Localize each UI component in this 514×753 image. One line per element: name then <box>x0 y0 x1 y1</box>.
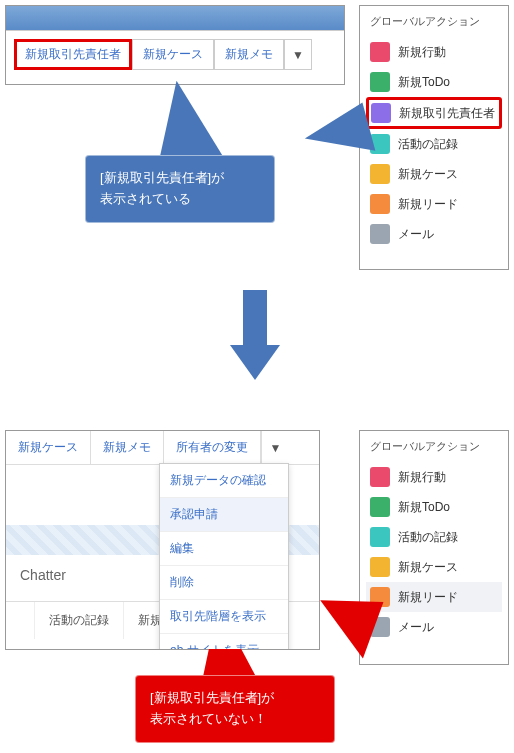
bottom-action-bar-screenshot: 新規ケース 新規メモ 所有者の変更 ▼ 新規データの確認承認申請編集削除取引先階… <box>5 430 320 650</box>
global-action-item[interactable]: 新規リード <box>366 189 502 219</box>
callout-line: [新規取引先責任者]が <box>150 688 320 709</box>
global-action-item[interactable]: メール <box>366 219 502 249</box>
global-action-item[interactable]: 新規行動 <box>366 462 502 492</box>
action-label: 活動の記録 <box>398 136 458 153</box>
global-action-item[interactable]: 新規ケース <box>366 552 502 582</box>
dropdown-item[interactable]: eb サイトを表示 <box>160 634 288 650</box>
action-label: 新規行動 <box>398 469 446 486</box>
arrow-down-icon <box>230 290 280 380</box>
tab-activity-log[interactable]: 活動の記録 <box>35 602 124 639</box>
global-action-item[interactable]: 新規ToDo <box>366 67 502 97</box>
global-action-item[interactable]: 新規ToDo <box>366 492 502 522</box>
action-icon <box>370 42 390 62</box>
action-icon <box>370 557 390 577</box>
new-contact-button[interactable]: 新規取引先責任者 <box>14 39 132 70</box>
action-icon <box>370 164 390 184</box>
dropdown-caret[interactable]: ▼ <box>284 39 312 70</box>
callout-displayed: [新規取引先責任者]が 表示されている <box>85 155 275 223</box>
change-owner-button[interactable]: 所有者の変更 <box>164 431 261 464</box>
new-case-button[interactable]: 新規ケース <box>6 431 91 464</box>
global-actions-panel-top: グローバルアクション 新規行動新規ToDo新規取引先責任者活動の記録新規ケース新… <box>359 5 509 270</box>
global-actions-title: グローバルアクション <box>366 439 502 454</box>
action-label: 新規ToDo <box>398 74 450 91</box>
action-icon <box>370 194 390 214</box>
dropdown-item[interactable]: 承認申請 <box>160 498 288 532</box>
global-action-item[interactable]: 新規取引先責任者 <box>366 97 502 129</box>
callout-line: 表示されていない！ <box>150 709 320 730</box>
tab-item[interactable] <box>6 602 35 639</box>
callout-tail <box>152 77 224 162</box>
action-label: 新規ケース <box>398 559 458 576</box>
action-label: メール <box>398 619 434 636</box>
new-memo-button[interactable]: 新規メモ <box>214 39 284 70</box>
dropdown-caret[interactable]: ▼ <box>261 431 289 464</box>
action-label: 新規リード <box>398 589 458 606</box>
action-label: 新規リード <box>398 196 458 213</box>
action-icon <box>370 72 390 92</box>
global-action-item[interactable]: 活動の記録 <box>366 522 502 552</box>
dropdown-item[interactable]: 新規データの確認 <box>160 464 288 498</box>
action-icon <box>371 103 391 123</box>
global-action-item[interactable]: 新規リード <box>366 582 502 612</box>
dropdown-item[interactable]: 取引先階層を表示 <box>160 600 288 634</box>
action-label: 新規行動 <box>398 44 446 61</box>
action-label: 活動の記録 <box>398 529 458 546</box>
action-label: 新規取引先責任者 <box>399 105 495 122</box>
action-label: 新規ケース <box>398 166 458 183</box>
global-action-item[interactable]: 活動の記録 <box>366 129 502 159</box>
callout-line: [新規取引先責任者]が <box>100 168 260 189</box>
action-bar: 新規取引先責任者 新規ケース 新規メモ ▼ <box>6 31 344 78</box>
dropdown-menu: 新規データの確認承認申請編集削除取引先階層を表示eb サイトを表示 <box>159 463 289 650</box>
global-action-item[interactable]: 新規ケース <box>366 159 502 189</box>
action-icon <box>370 467 390 487</box>
global-actions-title: グローバルアクション <box>366 14 502 29</box>
callout-line: 表示されている <box>100 189 260 210</box>
global-action-item[interactable]: 新規行動 <box>366 37 502 67</box>
action-bar-bottom: 新規ケース 新規メモ 所有者の変更 ▼ 新規データの確認承認申請編集削除取引先階… <box>6 431 319 465</box>
action-icon <box>370 497 390 517</box>
callout-not-displayed: [新規取引先責任者]が 表示されていない！ <box>135 675 335 743</box>
global-actions-panel-bottom: グローバルアクション 新規行動新規ToDo活動の記録新規ケース新規リードメール <box>359 430 509 665</box>
action-icon <box>370 527 390 547</box>
banner-strip <box>6 6 344 31</box>
action-icon <box>370 224 390 244</box>
dropdown-item[interactable]: 削除 <box>160 566 288 600</box>
action-label: 新規ToDo <box>398 499 450 516</box>
top-action-bar-screenshot: 新規取引先責任者 新規ケース 新規メモ ▼ <box>5 5 345 85</box>
new-memo-button[interactable]: 新規メモ <box>91 431 164 464</box>
global-action-item[interactable]: メール <box>366 612 502 642</box>
action-label: メール <box>398 226 434 243</box>
dropdown-item[interactable]: 編集 <box>160 532 288 566</box>
new-case-button[interactable]: 新規ケース <box>132 39 214 70</box>
